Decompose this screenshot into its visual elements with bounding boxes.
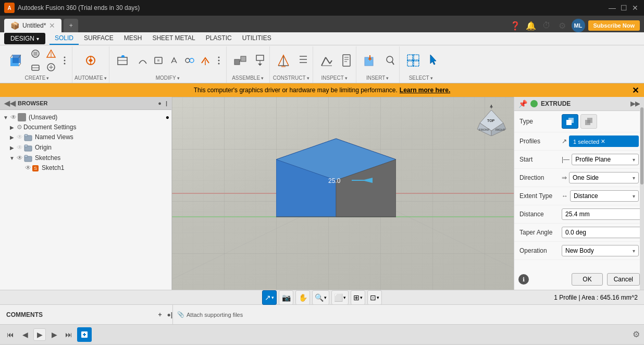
warning-close-button[interactable]: ✕: [632, 85, 639, 95]
extrude-scrollbar[interactable]: [640, 97, 644, 290]
extrude-expand-icon[interactable]: ▶▶: [630, 100, 640, 107]
insert-icon-1[interactable]: [358, 47, 381, 73]
minimize-button[interactable]: —: [608, 3, 617, 13]
tab-solid[interactable]: SOLID: [49, 32, 79, 45]
modify-more-icon[interactable]: [214, 47, 224, 73]
timeline-prev-button[interactable]: ◀: [19, 328, 31, 341]
insert-icon-2[interactable]: [382, 47, 397, 73]
tab-close-button[interactable]: ✕: [49, 21, 55, 30]
inspect-icon-1[interactable]: [315, 47, 338, 73]
type-btn-1[interactable]: [562, 114, 578, 129]
viewport[interactable]: 25.0 TOP FRONT RIGHT: [172, 97, 514, 290]
eye-icon-origin[interactable]: 👁: [17, 144, 23, 151]
select-tool-btn[interactable]: ↗ ▾: [262, 290, 277, 305]
browser-pin-icon[interactable]: ●: [158, 100, 162, 106]
zoom-tool-btn[interactable]: 🔍 ▾: [312, 290, 329, 305]
view-cube[interactable]: TOP FRONT RIGHT: [475, 102, 509, 136]
settings-icon[interactable]: ⚙: [556, 19, 568, 32]
construct-icon-2[interactable]: [296, 47, 311, 73]
eye-icon-root[interactable]: 👁: [10, 114, 17, 121]
extent-dropdown[interactable]: Distance ▾: [570, 190, 639, 202]
create-icon-4[interactable]: [44, 47, 58, 60]
select-cursor-icon[interactable]: [426, 47, 440, 73]
design-menu-button[interactable]: DESIGN ▾: [4, 33, 45, 44]
tab-plastic[interactable]: PLASTIC: [201, 32, 237, 45]
start-dropdown[interactable]: Profile Plane ▾: [572, 154, 639, 165]
comments-add-button[interactable]: +: [158, 311, 162, 318]
eye-icon-sketches[interactable]: 👁: [17, 154, 23, 162]
operation-dropdown[interactable]: New Body ▾: [562, 245, 639, 256]
eye-icon-views[interactable]: 👁: [17, 133, 23, 141]
modify-icon-3[interactable]: [151, 54, 166, 67]
camera-tool-btn[interactable]: 📷: [279, 290, 293, 305]
active-tab[interactable]: 📦 Untitled* ✕: [4, 19, 61, 32]
extent-dropdown-arrow: ▾: [633, 193, 635, 199]
subscribe-button[interactable]: Subscribe Now: [588, 20, 640, 31]
grid-btn[interactable]: ⊞ ▾: [351, 290, 365, 305]
cancel-button[interactable]: Cancel: [607, 273, 640, 286]
tree-item-sketches[interactable]: ▼ 👁 Sketches: [0, 153, 171, 163]
display-mode-btn[interactable]: ⬜ ▾: [331, 290, 349, 305]
eye-icon-sketch1[interactable]: 👁: [25, 164, 31, 171]
assemble-icon-1[interactable]: [229, 47, 252, 73]
profile-select-icon[interactable]: ↗: [562, 138, 567, 145]
user-avatar[interactable]: ML: [572, 19, 585, 32]
info-icon[interactable]: ℹ: [518, 274, 529, 285]
tab-surface[interactable]: SURFACE: [79, 32, 119, 45]
history-icon[interactable]: ⏱: [540, 19, 553, 32]
select-icon-1[interactable]: [402, 47, 425, 73]
modify-icon-2[interactable]: [135, 54, 150, 67]
extrude-type-value: [562, 114, 639, 129]
svg-line-45: [330, 60, 332, 64]
pan-tool-btn[interactable]: ✋: [295, 290, 310, 305]
tab-sheet-metal[interactable]: SHEET METAL: [147, 32, 200, 45]
modify-icon-5[interactable]: [182, 54, 197, 67]
tree-item-origin[interactable]: ▶ 👁 Origin: [0, 142, 171, 153]
tree-item-sketch1[interactable]: 👁 S Sketch1: [0, 163, 171, 173]
root-record-icon[interactable]: ●: [166, 114, 169, 121]
modify-icon-6[interactable]: [198, 54, 213, 67]
direction-dropdown[interactable]: One Side ▾: [569, 172, 639, 183]
timeline-next-button[interactable]: ▶: [48, 328, 60, 341]
extrude-scroll-thumb[interactable]: [640, 107, 643, 184]
create-extrude-icon[interactable]: [4, 47, 27, 73]
tab-utilities[interactable]: UTILITIES: [237, 32, 277, 45]
help-icon[interactable]: ❓: [509, 19, 522, 32]
modify-icon-1[interactable]: [112, 47, 134, 73]
timeline-marker-button[interactable]: [77, 327, 92, 342]
distance-input[interactable]: [562, 208, 644, 220]
tree-item-root[interactable]: ▼ 👁 (Unsaved) ●: [0, 112, 171, 122]
tree-item-doc-settings[interactable]: ▶ ⚙ Document Settings: [0, 122, 171, 132]
extrude-pin-icon[interactable]: 📌: [518, 100, 527, 108]
view-btn[interactable]: ⊡ ▾: [367, 290, 382, 305]
create-more-icon[interactable]: [59, 47, 70, 73]
taper-input[interactable]: [562, 227, 644, 238]
profiles-clear-button[interactable]: ×: [601, 137, 605, 145]
create-icon-5[interactable]: [44, 61, 58, 73]
timeline-play-button[interactable]: ▶: [33, 328, 46, 341]
browser-collapse-icon[interactable]: ◀◀: [4, 99, 16, 107]
inspect-icon-2[interactable]: [339, 47, 354, 73]
ok-button[interactable]: OK: [572, 273, 602, 286]
comments-panel-btn[interactable]: ●|: [167, 311, 172, 318]
browser-menu-icon[interactable]: |: [166, 100, 167, 106]
modify-icon-4[interactable]: [167, 54, 181, 67]
new-tab-button[interactable]: +: [64, 19, 78, 32]
automate-icon-1[interactable]: [79, 47, 102, 73]
notification-icon[interactable]: 🔔: [525, 19, 537, 32]
bottom-settings-icon[interactable]: ⚙: [633, 329, 640, 339]
view-icon: ⊡: [370, 293, 376, 302]
construct-icon-1[interactable]: [272, 47, 295, 73]
maximize-button[interactable]: ☐: [619, 3, 628, 13]
timeline-start-button[interactable]: ⏮: [4, 328, 17, 341]
tab-mesh[interactable]: MESH: [119, 32, 147, 45]
timeline-end-button[interactable]: ⏭: [63, 328, 75, 341]
warning-link[interactable]: Learn more here.: [400, 87, 450, 94]
create-icon-2[interactable]: [28, 47, 43, 60]
close-button[interactable]: ✕: [630, 3, 640, 13]
create-icon-3[interactable]: [28, 61, 43, 73]
type-btn-2[interactable]: [580, 114, 597, 129]
extrude-operation-value: New Body ▾: [562, 245, 639, 256]
tree-item-named-views[interactable]: ▶ 👁 Named Views: [0, 132, 171, 142]
assemble-icon-2[interactable]: [253, 47, 267, 73]
